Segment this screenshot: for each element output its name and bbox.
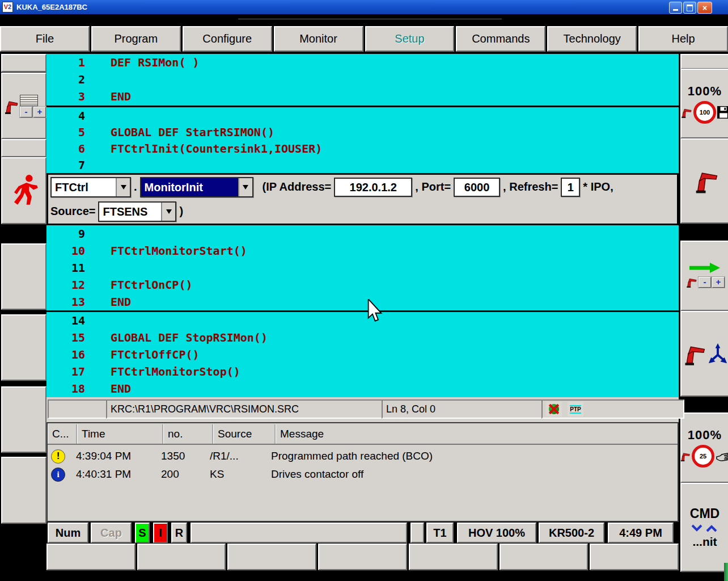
left-key-run[interactable] bbox=[1, 157, 46, 224]
mode-indicator: T1 bbox=[426, 523, 454, 543]
right-key-strip-top bbox=[680, 54, 728, 69]
left-key-3[interactable] bbox=[1, 243, 46, 310]
menu-file[interactable]: File bbox=[0, 26, 90, 52]
app-icon: V2 bbox=[2, 2, 13, 12]
softkey-3[interactable] bbox=[227, 544, 316, 570]
port-label: , Port= bbox=[415, 180, 451, 193]
editor-status-strip: KRC:\R1\PROGRAM\VRC\RSIMON.SRC Ln 8, Col… bbox=[46, 397, 679, 422]
close-icon: × bbox=[702, 4, 707, 12]
right-key-robot-mode[interactable] bbox=[680, 138, 728, 224]
program-override-icon: 100 bbox=[680, 101, 728, 124]
message-header-row: C... Time no. Source Message bbox=[48, 424, 678, 445]
object-dropdown[interactable]: FTCtrl bbox=[50, 177, 131, 197]
softkey-5[interactable] bbox=[409, 544, 498, 570]
source-dropdown[interactable]: FTSENS bbox=[98, 201, 176, 222]
restore-button[interactable] bbox=[683, 2, 696, 14]
header-no: no. bbox=[163, 424, 213, 444]
ipo-label: * IPO, bbox=[583, 180, 613, 193]
cmd-partial-label: ...nit bbox=[692, 535, 717, 549]
dot-separator: . bbox=[134, 180, 137, 193]
file-path: KRC:\R1\PROGRAM\VRC\RSIMON.SRC bbox=[106, 399, 387, 419]
left-key-program-edit[interactable]: -+ bbox=[1, 73, 46, 139]
port-input[interactable]: 6000 bbox=[454, 178, 500, 197]
code-line: 11 bbox=[46, 259, 679, 276]
code-line: 2 bbox=[46, 71, 679, 88]
robot-list-icon: -+ bbox=[2, 95, 46, 117]
restore-icon bbox=[687, 5, 693, 11]
robot-type-indicator: KR500-2 bbox=[539, 523, 604, 543]
close-button[interactable]: × bbox=[697, 2, 712, 14]
menu-help[interactable]: Help bbox=[638, 26, 728, 52]
code-line: 16FTCtrlOffCP() bbox=[46, 346, 679, 363]
info-icon: i bbox=[51, 468, 65, 482]
right-key-cmd[interactable]: CMD ...nit bbox=[680, 483, 728, 572]
source-label: Source= bbox=[50, 205, 95, 218]
left-key-5[interactable] bbox=[1, 386, 46, 453]
method-dropdown[interactable]: MonitorInit bbox=[140, 177, 253, 197]
code-line: 13END bbox=[46, 293, 679, 310]
inline-form-editor: FTCtrl . MonitorInit (IP Address= 192.0.… bbox=[46, 173, 679, 225]
header-source: Source bbox=[213, 424, 276, 444]
code-line: 3END bbox=[46, 88, 679, 105]
dropdown-arrow-icon[interactable] bbox=[238, 178, 252, 196]
desktop-edge bbox=[724, 563, 728, 581]
code-line: 12FTCtrlOnCP() bbox=[46, 276, 679, 293]
menu-program[interactable]: Program bbox=[91, 26, 181, 52]
softkey-4[interactable] bbox=[318, 544, 407, 570]
code-editor[interactable]: 1DEF RSIMon( ) 2 3END 4 5GLOBAL DEF Star… bbox=[46, 54, 679, 397]
code-line: 4 bbox=[46, 108, 679, 124]
right-key-jog-increment[interactable]: -+ bbox=[680, 241, 728, 311]
green-arrow-icon bbox=[688, 263, 721, 273]
ip-input[interactable]: 192.0.1.2 bbox=[334, 178, 412, 197]
header-time: Time bbox=[77, 424, 163, 444]
robot-axes-icon bbox=[682, 340, 728, 368]
minimize-button[interactable] bbox=[669, 2, 682, 14]
header-message: Message bbox=[276, 424, 678, 444]
step-mode-icon bbox=[546, 402, 562, 416]
menu-setup[interactable]: Setup bbox=[365, 26, 455, 52]
chevrons-icon bbox=[690, 524, 719, 533]
code-line: 9 bbox=[46, 225, 679, 242]
status-spacer bbox=[191, 523, 407, 543]
ptp-icon: PTP bbox=[568, 402, 583, 416]
softkey-1[interactable] bbox=[46, 544, 136, 570]
robot-arm-icon bbox=[691, 166, 718, 196]
dropdown-arrow-icon[interactable] bbox=[116, 178, 130, 196]
dropdown-arrow-icon[interactable] bbox=[161, 203, 175, 221]
minimize-icon bbox=[673, 9, 678, 11]
right-key-coord-system[interactable] bbox=[680, 311, 728, 397]
status-spacer-small bbox=[410, 523, 424, 543]
softkey-7[interactable] bbox=[590, 544, 679, 570]
menu-commands[interactable]: Commands bbox=[456, 26, 545, 52]
code-line: 18END bbox=[46, 380, 679, 397]
numlock-indicator: Num bbox=[48, 523, 88, 543]
menu-monitor[interactable]: Monitor bbox=[274, 26, 363, 52]
ip-label: (IP Address= bbox=[263, 180, 332, 193]
right-key-program-override[interactable]: 100% 100 bbox=[680, 69, 728, 138]
robot-indicator: R bbox=[171, 523, 187, 543]
program-override-value: 100% bbox=[688, 84, 722, 99]
mouse-cursor bbox=[367, 299, 384, 326]
jog-increment-icon: -+ bbox=[685, 275, 725, 289]
code-line: 7 bbox=[46, 157, 679, 174]
right-key-hand-override[interactable]: 100% 25 bbox=[680, 412, 728, 483]
menu-technology[interactable]: Technology bbox=[547, 26, 637, 52]
softkey-6[interactable] bbox=[500, 544, 589, 570]
message-row[interactable]: ! 4:39:04 PM 1350 /R1/... Programmed pat… bbox=[48, 447, 678, 465]
refresh-input[interactable]: 1 bbox=[561, 178, 580, 197]
hand-override-icon: 25 bbox=[679, 445, 728, 468]
menu-configure[interactable]: Configure bbox=[183, 26, 272, 52]
left-key-4[interactable] bbox=[1, 314, 46, 381]
capslock-indicator: Cap bbox=[91, 523, 132, 543]
code-line: 5GLOBAL DEF StartRSIMON() bbox=[46, 124, 679, 141]
interpreter-indicator: I bbox=[153, 523, 168, 543]
softkey-2[interactable] bbox=[137, 544, 226, 570]
submit-indicator: S bbox=[135, 523, 150, 543]
status-cell-empty bbox=[48, 399, 111, 419]
warning-icon: ! bbox=[51, 449, 65, 464]
override-indicator: HOV 100% bbox=[457, 523, 536, 543]
message-row[interactable]: i 4:40:31 PM 200 KS Drives contactor off bbox=[48, 465, 678, 483]
fold-separator bbox=[46, 106, 679, 107]
divider bbox=[238, 19, 502, 19]
left-key-6[interactable] bbox=[1, 457, 46, 524]
